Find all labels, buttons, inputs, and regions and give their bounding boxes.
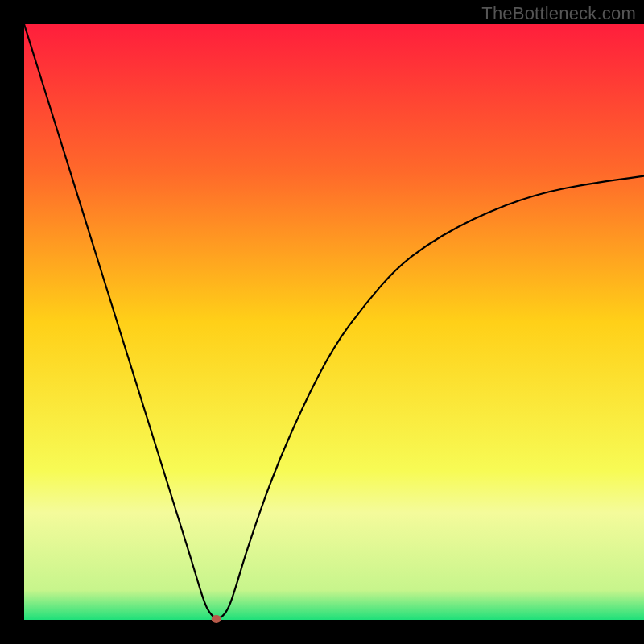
chart-frame: TheBottleneck.com (0, 0, 644, 644)
bottleneck-chart (0, 0, 644, 644)
optimal-point-marker (212, 615, 221, 623)
watermark-label: TheBottleneck.com (481, 3, 636, 24)
